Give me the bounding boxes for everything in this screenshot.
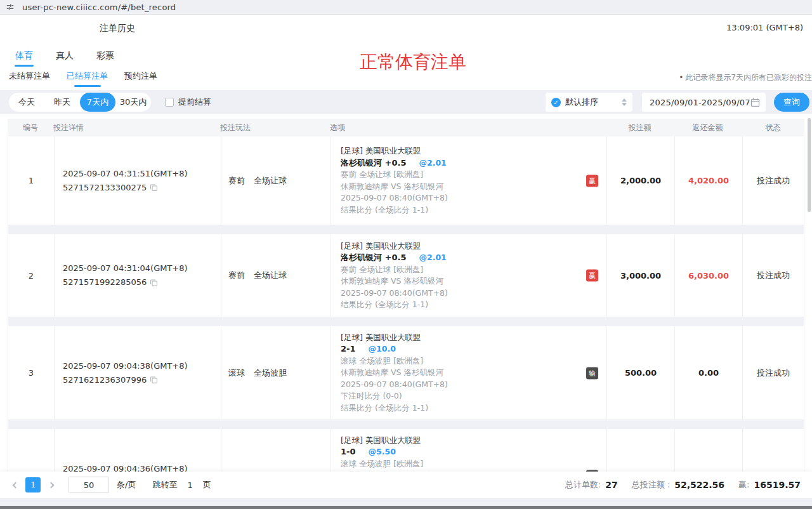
prev-page-button[interactable]	[9, 477, 22, 492]
option-line: 滚球 全场波胆 [欧洲盘]	[341, 458, 448, 470]
col-header-play: 投注玩法	[220, 122, 330, 133]
notice-text: 此记录将显示7天内所有已派彩的投注	[685, 73, 812, 82]
row-separator	[8, 420, 804, 429]
option-cell: [足球] 美国职业大联盟 2-1@10.0 滚球 全场波胆 [欧洲盘] 休斯敦迪…	[331, 326, 606, 420]
option-odds: @2.01	[419, 253, 446, 262]
date-range-value: 2025/09/01-2025/09/07	[650, 98, 750, 107]
date-range-input[interactable]: 2025/09/01-2025/09/07	[642, 93, 766, 112]
bet-status: 投注成功	[742, 234, 804, 317]
option-pick: 2-1	[341, 344, 356, 354]
col-header-detail: 投注详情	[53, 122, 220, 133]
col-header-option: 选项	[330, 122, 606, 133]
filter-7days[interactable]: 7天内	[80, 93, 115, 112]
sort-caret-icon	[622, 98, 627, 106]
total-stake-label: 总投注额 :	[632, 479, 671, 491]
col-header-no: 编号	[8, 122, 53, 133]
bet-table: 编号 投注详情 投注玩法 选项 投注额 返还金额 状态 1 2025-09-07…	[8, 119, 804, 509]
sort-check-icon: ✓	[551, 98, 561, 107]
filter-right-group: ✓ 默认排序 2025/09/01-2025/09/07 查询	[546, 93, 809, 112]
table-row: 2 2025-09-07 04:31:04(GMT+8) 52715719922…	[8, 234, 804, 317]
sub-tabs: 未结算注单 已结算注单 预约注单 正常体育注单 •此记录将显示7天内所有已派彩的…	[0, 70, 812, 88]
subtab-settled[interactable]: 已结算注单	[67, 70, 108, 88]
table-header-row: 编号 投注详情 投注玩法 选项 投注额 返还金额 状态	[8, 119, 804, 136]
row-separator	[8, 225, 804, 234]
option-odds: @2.01	[419, 158, 446, 168]
row-number: 1	[8, 136, 54, 225]
sort-select[interactable]: ✓ 默认排序	[546, 93, 632, 112]
bet-status: 投注成功	[742, 326, 804, 420]
bet-status: 投注成功	[742, 136, 804, 225]
option-line: 休斯敦迪纳摩 VS 洛杉矶银河	[341, 367, 448, 379]
option-pick: 洛杉矶银河 +0.5	[341, 158, 406, 168]
copy-icon[interactable]	[150, 279, 158, 287]
filter-30days[interactable]: 30天内	[115, 93, 151, 112]
option-line: 2025-09-07 08:40(GMT+8)	[341, 192, 448, 204]
jump-page-value[interactable]: 1	[187, 480, 192, 490]
col-header-stake: 投注额	[606, 122, 674, 133]
bet-time: 2025-09-07 09:04:38(GMT+8)	[63, 359, 188, 373]
summary-totals: 总计单数: 27 总投注额 : 52,522.56 赢: 16519.57	[565, 479, 803, 491]
option-line: 下注时比分 (0-0)	[341, 390, 448, 402]
copy-icon[interactable]	[150, 183, 158, 192]
play-type: 全场让球	[254, 270, 287, 281]
option-odds: @10.0	[369, 344, 396, 354]
early-settle-checkbox[interactable]	[165, 98, 174, 107]
play-cell: 赛前全场让球	[221, 234, 331, 317]
total-win-label: 赢:	[738, 479, 749, 491]
option-league: [足球] 美国职业大联盟	[341, 241, 448, 253]
tab-live[interactable]: 真人	[56, 50, 74, 67]
result-badge-win: 赢	[586, 175, 598, 187]
per-page-label: 条/页	[117, 479, 136, 491]
search-button[interactable]: 查询	[774, 93, 809, 112]
next-page-button[interactable]	[44, 477, 57, 492]
page-size-input[interactable]	[69, 477, 109, 493]
bet-id: 5271621236307996	[63, 373, 147, 387]
total-count-label: 总计单数:	[565, 479, 601, 491]
option-line: 结果比分 (全场比分 1-1)	[341, 402, 448, 414]
result-badge-win: 赢	[586, 270, 598, 282]
tab-lottery[interactable]: 彩票	[96, 50, 114, 67]
subtab-reserved[interactable]: 预约注单	[124, 70, 157, 88]
result-badge-lose: 输	[586, 367, 598, 379]
option-line: 2025-09-07 08:40(GMT+8)	[341, 288, 448, 300]
tab-sports[interactable]: 体育	[15, 50, 33, 67]
bet-id: 5271571992285056	[63, 275, 147, 289]
row-number: 3	[8, 326, 54, 420]
server-time: 13:09:01 (GMT+8)	[726, 23, 803, 32]
filter-today[interactable]: 今天	[9, 93, 44, 112]
page-header: 注单历史 13:09:01 (GMT+8)	[0, 15, 812, 41]
row-separator	[8, 317, 804, 326]
option-cell: [足球] 美国职业大联盟 洛杉矶银河 +0.5@2.01 赛前 全场让球 [欧洲…	[331, 136, 606, 225]
option-odds: @5.50	[369, 447, 396, 456]
early-settle-checkbox-wrap[interactable]: 提前结算	[165, 96, 211, 108]
payout-amount: 4,020.00	[674, 136, 742, 225]
browser-url-bar[interactable]: user-pc-new.ciiicc.com/#/bet_record	[0, 0, 812, 15]
sort-selected-label: 默认排序	[565, 96, 598, 108]
copy-icon[interactable]	[150, 376, 158, 384]
filter-yesterday[interactable]: 昨天	[44, 93, 80, 112]
option-line: 休斯敦迪纳摩 VS 洛杉矶银河	[341, 181, 448, 193]
payout-amount: 0.00	[674, 326, 742, 420]
record-notice: •此记录将显示7天内所有已派彩的投注	[679, 72, 812, 83]
bottom-strip	[0, 498, 812, 506]
col-header-status: 状态	[742, 122, 804, 133]
screen: user-pc-new.ciiicc.com/#/bet_record 注单历史…	[0, 0, 812, 509]
payout-amount: 6,030.00	[674, 234, 742, 317]
url-text[interactable]: user-pc-new.ciiicc.com/#/bet_record	[22, 3, 176, 12]
stake-amount: 3,000.00	[606, 234, 674, 317]
vertical-scrollbar[interactable]	[808, 118, 811, 212]
bet-time: 2025-09-07 04:31:51(GMT+8)	[63, 167, 188, 181]
option-line: 赛前 全场让球 [欧洲盘]	[341, 264, 448, 276]
bet-detail-cell: 2025-09-07 04:31:04(GMT+8) 5271571992285…	[54, 234, 221, 317]
option-league: [足球] 美国职业大联盟	[341, 145, 448, 157]
page-1-button[interactable]: 1	[25, 477, 41, 492]
option-line: 2025-09-07 08:40(GMT+8)	[341, 379, 448, 391]
table-row: 3 2025-09-07 09:04:38(GMT+8) 52716212363…	[8, 326, 804, 420]
subtab-unsettled[interactable]: 未结算注单	[9, 70, 50, 88]
site-settings-icon[interactable]	[6, 3, 15, 11]
filter-bar: 今天 昨天 7天内 30天内 提前结算 ✓ 默认排序 2025/09/01-20…	[0, 90, 812, 114]
date-quick-filters: 今天 昨天 7天内 30天内	[9, 93, 151, 112]
play-cell: 滚球全场波胆	[221, 326, 331, 420]
page-title: 注单历史	[100, 23, 135, 34]
option-line: 滚球 全场波胆 [欧洲盘]	[341, 355, 448, 367]
